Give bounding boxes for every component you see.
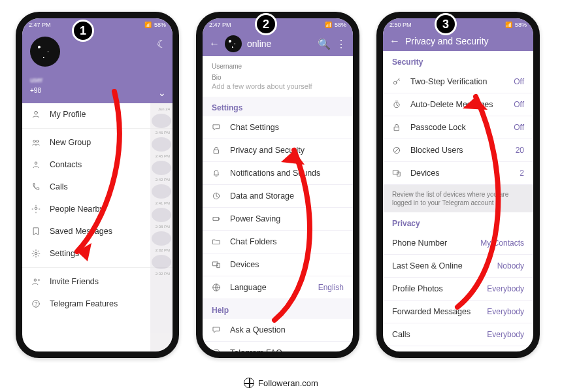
back-icon[interactable]: ← <box>389 35 400 47</box>
gear-icon <box>31 249 41 258</box>
row-phone-number[interactable]: Phone NumberMy Contacts <box>383 232 533 255</box>
avatar[interactable] <box>30 37 60 67</box>
svg-point-14 <box>213 350 220 357</box>
avatar-small[interactable] <box>225 35 242 52</box>
row-passcode[interactable]: Passcode LockOff <box>383 116 533 139</box>
globe-icon <box>212 283 221 292</box>
invite-icon <box>31 277 41 286</box>
battery-icon <box>212 214 221 223</box>
row-blocked[interactable]: Blocked Users20 <box>383 139 533 162</box>
timer-icon <box>392 100 401 109</box>
chevron-down-icon[interactable]: ⌄ <box>158 88 166 98</box>
privacy-header: ← Privacy and Security <box>383 31 533 51</box>
section-privacy: Privacy <box>383 212 533 232</box>
nearby-icon <box>31 204 41 214</box>
chat-icon <box>212 123 221 132</box>
svg-point-1 <box>33 140 36 143</box>
header-status: online <box>247 39 312 49</box>
row-devices[interactable]: Devices <box>203 253 353 276</box>
row-privacy-security[interactable]: Privacy and Security <box>203 139 353 162</box>
status-time: 2:50 PM <box>389 22 412 28</box>
phone-icon <box>31 182 41 191</box>
svg-point-4 <box>35 207 37 210</box>
svg-rect-17 <box>395 127 399 130</box>
row-auto-delete[interactable]: Auto-Delete MessagesOff <box>383 93 533 116</box>
svg-rect-8 <box>214 150 219 153</box>
profile-name: user <box>30 76 42 84</box>
row-two-step[interactable]: Two-Step VerificationOff <box>383 71 533 93</box>
chat-list-preview: Jun 24 2:46 PM 2:45 PM 2:42 PM 2:41 PM 2… <box>150 103 173 351</box>
contact-icon <box>31 160 41 169</box>
status-time: 2:47 PM <box>209 22 231 28</box>
drawer-header: ☾ ⌄ user +98 <box>22 31 173 103</box>
help-icon <box>212 348 221 357</box>
lock-icon <box>212 146 221 155</box>
status-bar: 2:47 PM 📶 58% <box>203 18 353 31</box>
row-chat-folders[interactable]: Chat Folders <box>203 231 353 253</box>
folder-icon <box>212 237 221 246</box>
status-time: 2:47 PM <box>29 22 51 28</box>
row-notifications[interactable]: Notifications and Sounds <box>203 162 353 185</box>
group-icon <box>31 138 41 147</box>
settings-header: ← online 🔍 ⋮ <box>203 31 353 56</box>
bookmark-icon <box>31 227 41 236</box>
data-icon <box>212 191 221 201</box>
row-data-storage[interactable]: Data and Storage <box>203 185 353 208</box>
row-dob[interactable]: Date of BirthMy Contacts <box>383 346 533 358</box>
svg-point-0 <box>35 111 38 114</box>
bio-row[interactable]: Bio Add a few words about yourself <box>203 70 353 97</box>
svg-point-2 <box>37 140 39 143</box>
username-row[interactable]: Username <box>203 56 353 70</box>
key-icon <box>392 77 401 86</box>
row-profile-photos[interactable]: Profile PhotosEverybody <box>383 278 533 301</box>
step-badge-3: 3 <box>435 13 457 35</box>
page-title: Privacy and Security <box>405 36 527 46</box>
night-mode-icon[interactable]: ☾ <box>157 38 166 50</box>
globe-icon <box>244 378 254 388</box>
svg-point-3 <box>35 162 37 165</box>
devices-icon <box>392 169 401 178</box>
row-language[interactable]: LanguageEnglish <box>203 276 353 299</box>
row-ask-question[interactable]: Ask a Question <box>203 319 353 342</box>
row-devices[interactable]: Devices2 <box>383 162 533 185</box>
user-icon <box>31 110 41 119</box>
status-bar: 2:50 PM 📶 58% <box>383 18 533 31</box>
svg-point-6 <box>34 279 37 282</box>
block-icon <box>392 146 401 155</box>
profile-phone: +98 <box>30 87 41 94</box>
phone-1: 2:47 PM 📶 58% ☾ ⌄ user +98 Jun 24 2:46 P… <box>16 12 179 358</box>
devices-icon <box>212 260 221 269</box>
devices-note: Review the list of devices where you are… <box>383 185 533 212</box>
svg-point-5 <box>35 252 37 255</box>
phone-3: 2:50 PM 📶 58% ← Privacy and Security Sec… <box>376 12 540 358</box>
row-calls-privacy[interactable]: CallsEverybody <box>383 323 533 346</box>
search-icon[interactable]: 🔍 <box>318 38 331 50</box>
row-last-seen[interactable]: Last Seen & OnlineNobody <box>383 255 533 278</box>
more-icon[interactable]: ⋮ <box>336 38 346 50</box>
section-help: Help <box>203 299 353 319</box>
lock-icon <box>392 123 401 132</box>
section-security: Security <box>383 51 533 71</box>
footer: Followeran.com <box>0 378 562 388</box>
bell-icon <box>212 169 221 178</box>
row-power-saving[interactable]: Power Saving <box>203 208 353 231</box>
row-faq[interactable]: Telegram FAQ <box>203 342 353 358</box>
row-forwarded[interactable]: Forwarded MessagesEverybody <box>383 301 533 323</box>
back-icon[interactable]: ← <box>209 38 220 50</box>
phone-2: 2:47 PM 📶 58% ← online 🔍 ⋮ Username Bio … <box>196 12 359 358</box>
help-icon <box>31 299 41 308</box>
section-settings: Settings <box>203 97 353 116</box>
chat-icon <box>212 325 221 335</box>
svg-rect-10 <box>213 218 218 221</box>
status-bar: 2:47 PM 📶 58% <box>22 18 173 31</box>
status-right: 📶 58% <box>144 22 166 28</box>
footer-text: Followeran.com <box>258 378 318 388</box>
step-badge-2: 2 <box>255 13 277 35</box>
step-badge-1: 1 <box>72 20 94 42</box>
row-chat-settings[interactable]: Chat Settings <box>203 116 353 139</box>
